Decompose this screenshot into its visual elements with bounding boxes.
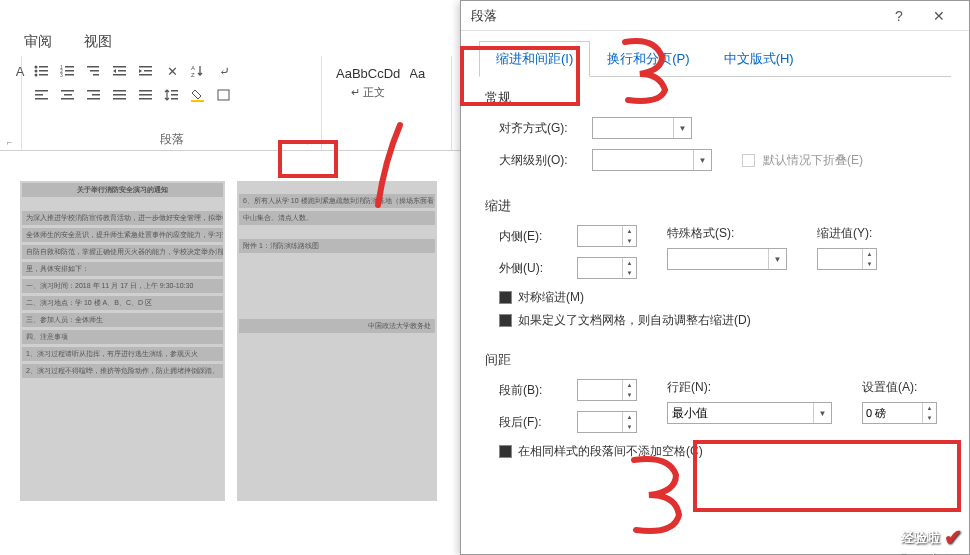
svg-rect-40 [171, 98, 178, 100]
outside-spinner[interactable]: ▲▼ [577, 257, 637, 279]
multilevel-button[interactable] [82, 60, 106, 82]
spin-down-icon[interactable]: ▼ [623, 236, 636, 246]
svg-point-4 [35, 74, 38, 77]
svg-rect-42 [218, 90, 229, 100]
help-button[interactable]: ? [879, 2, 919, 30]
after-input[interactable] [578, 412, 622, 432]
menu-view[interactable]: 视图 [68, 29, 128, 55]
before-label: 段前(B): [499, 382, 569, 399]
line-spacing-label: 行距(N): [667, 379, 832, 396]
indent-value-spinner[interactable]: ▲▼ [817, 248, 877, 270]
line-spacing-select[interactable]: 最小值▼ [667, 402, 832, 424]
svg-rect-30 [92, 94, 100, 96]
svg-rect-15 [113, 66, 126, 68]
spin-up-icon[interactable]: ▲ [623, 412, 636, 422]
bullets-button[interactable] [30, 60, 54, 82]
spin-up-icon[interactable]: ▲ [623, 380, 636, 390]
tab-indent-spacing[interactable]: 缩进和间距(I) [479, 41, 590, 77]
inside-spinner[interactable]: ▲▼ [577, 225, 637, 247]
sort-button[interactable]: AZ [186, 60, 210, 82]
spin-up-icon[interactable]: ▲ [863, 249, 876, 259]
svg-text:Z: Z [191, 72, 195, 78]
distribute-button[interactable] [134, 84, 158, 106]
svg-rect-29 [87, 90, 100, 92]
set-value-input[interactable] [863, 403, 922, 423]
mirror-indent-checkbox[interactable] [499, 291, 512, 304]
spin-down-icon[interactable]: ▼ [923, 413, 936, 423]
svg-rect-3 [39, 70, 48, 72]
chevron-down-icon: ▼ [768, 249, 786, 269]
alignment-select[interactable]: ▼ [592, 117, 692, 139]
svg-rect-38 [171, 90, 178, 92]
spin-down-icon[interactable]: ▼ [623, 422, 636, 432]
after-label: 段后(F): [499, 414, 569, 431]
svg-rect-18 [139, 66, 152, 68]
same-style-checkbox[interactable] [499, 445, 512, 458]
align-right-button[interactable] [82, 84, 106, 106]
style-normal[interactable]: AaBbCcDd ↵ 正文 [326, 60, 410, 132]
svg-rect-19 [144, 70, 152, 72]
set-value-label: 设置值(A): [862, 379, 937, 396]
svg-rect-20 [139, 74, 152, 76]
svg-rect-37 [139, 98, 152, 100]
shading-button[interactable] [186, 84, 210, 106]
menu-review[interactable]: 审阅 [8, 29, 68, 55]
special-format-select[interactable]: ▼ [667, 248, 787, 270]
chevron-down-icon: ▼ [813, 403, 831, 423]
borders-button[interactable] [212, 84, 236, 106]
align-left-button[interactable] [30, 84, 54, 106]
paragraph-launcher-icon[interactable]: ⌐ [307, 137, 317, 147]
after-spinner[interactable]: ▲▼ [577, 411, 637, 433]
svg-rect-33 [113, 94, 126, 96]
before-spinner[interactable]: ▲▼ [577, 379, 637, 401]
general-section-title: 常规 [485, 89, 945, 107]
svg-rect-28 [61, 98, 74, 100]
spacing-section-title: 间距 [485, 351, 945, 369]
spin-up-icon[interactable]: ▲ [923, 403, 936, 413]
numbering-button[interactable]: 123 [56, 60, 80, 82]
decrease-indent-button[interactable] [108, 60, 132, 82]
paragraph-group-label: 段落 [22, 131, 321, 148]
collapse-label: 默认情况下折叠(E) [763, 152, 863, 169]
spin-down-icon[interactable]: ▼ [623, 390, 636, 400]
font-launcher-icon[interactable]: ⌐ [7, 137, 17, 147]
outline-select[interactable]: ▼ [592, 149, 712, 171]
tab-chinese-layout[interactable]: 中文版式(H) [707, 41, 811, 77]
spin-up-icon[interactable]: ▲ [623, 258, 636, 268]
inside-input[interactable] [578, 226, 622, 246]
svg-rect-27 [64, 94, 72, 96]
chevron-down-icon: ▼ [693, 150, 711, 170]
show-marks-button[interactable]: ⤶ [212, 60, 236, 82]
svg-rect-11 [65, 74, 74, 76]
set-value-spinner[interactable]: ▲▼ [862, 402, 937, 424]
close-button[interactable]: ✕ [919, 2, 959, 30]
line-spacing-button[interactable] [160, 84, 184, 106]
svg-rect-39 [171, 94, 178, 96]
increase-indent-button[interactable] [134, 60, 158, 82]
svg-rect-17 [113, 74, 126, 76]
indent-section-title: 缩进 [485, 197, 945, 215]
justify-button[interactable] [108, 84, 132, 106]
svg-rect-25 [35, 98, 48, 100]
chevron-down-icon: ▼ [673, 118, 691, 138]
svg-text:A: A [191, 65, 195, 71]
indent-value-input[interactable] [818, 249, 862, 269]
collapse-checkbox[interactable] [742, 154, 755, 167]
before-input[interactable] [578, 380, 622, 400]
outside-input[interactable] [578, 258, 622, 278]
svg-text:3: 3 [60, 72, 63, 78]
align-center-button[interactable] [56, 84, 80, 106]
spin-up-icon[interactable]: ▲ [623, 226, 636, 236]
svg-rect-41 [191, 100, 204, 102]
paragraph-dialog: 段落 ? ✕ 缩进和间距(I) 换行和分页(P) 中文版式(H) 常规 对齐方式… [460, 0, 970, 555]
svg-rect-34 [113, 98, 126, 100]
spin-down-icon[interactable]: ▼ [623, 268, 636, 278]
svg-rect-36 [139, 94, 152, 96]
svg-rect-26 [61, 90, 74, 92]
tab-line-page-breaks[interactable]: 换行和分页(P) [590, 41, 706, 77]
auto-adjust-label: 如果定义了文档网格，则自动调整右缩进(D) [518, 312, 751, 329]
style-heading[interactable]: Aa [410, 60, 430, 132]
auto-adjust-checkbox[interactable] [499, 314, 512, 327]
spin-down-icon[interactable]: ▼ [863, 259, 876, 269]
text-direction-button[interactable]: ✕ [160, 60, 184, 82]
